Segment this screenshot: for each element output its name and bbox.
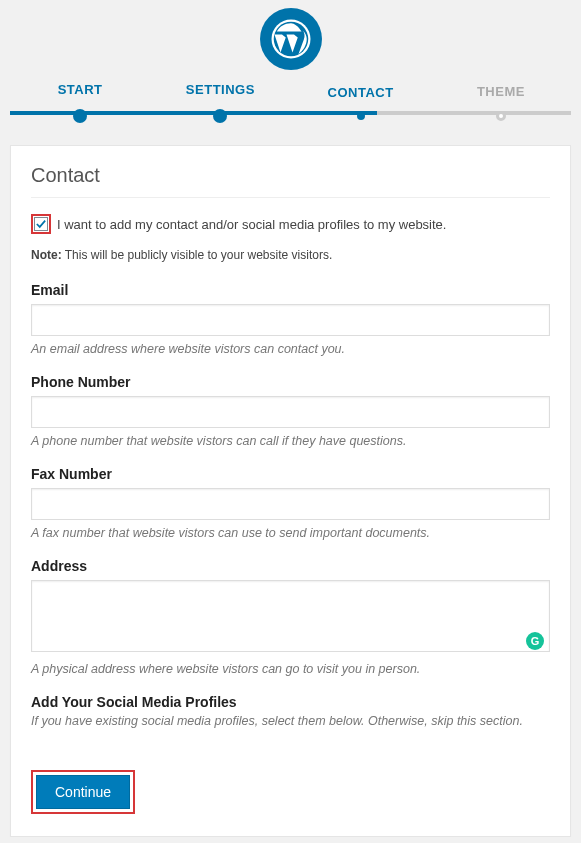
note-bold: Note: bbox=[31, 248, 62, 262]
address-help: A physical address where website vistors… bbox=[31, 662, 550, 676]
step-dot-icon bbox=[213, 109, 227, 123]
enable-contact-label: I want to add my contact and/or social m… bbox=[57, 217, 446, 232]
fax-help: A fax number that website vistors can us… bbox=[31, 526, 550, 540]
phone-help: A phone number that website vistors can … bbox=[31, 434, 550, 448]
highlight-box: Continue bbox=[31, 770, 135, 814]
note-text: This will be publicly visible to your we… bbox=[62, 248, 333, 262]
address-label: Address bbox=[31, 558, 550, 574]
enable-contact-row: I want to add my contact and/or social m… bbox=[31, 214, 550, 234]
email-help: An email address where website vistors c… bbox=[31, 342, 550, 356]
phone-label: Phone Number bbox=[31, 374, 550, 390]
email-field-group: Email An email address where website vis… bbox=[31, 282, 550, 356]
fax-label: Fax Number bbox=[31, 466, 550, 482]
fax-field-group: Fax Number A fax number that website vis… bbox=[31, 466, 550, 540]
social-sub: If you have existing social media profil… bbox=[31, 714, 550, 728]
step-dot-inactive-icon bbox=[496, 111, 506, 121]
step-label: CONTACT bbox=[291, 85, 431, 100]
enable-contact-checkbox[interactable] bbox=[34, 217, 48, 231]
step-label: THEME bbox=[431, 84, 571, 99]
step-settings[interactable]: SETTINGS bbox=[150, 82, 290, 123]
wizard-stepper: START SETTINGS CONTACT THEME bbox=[0, 82, 581, 145]
highlight-box bbox=[31, 214, 51, 234]
header-logo bbox=[0, 0, 581, 82]
social-title: Add Your Social Media Profiles bbox=[31, 694, 550, 710]
fax-input[interactable] bbox=[31, 488, 550, 520]
step-label: SETTINGS bbox=[150, 82, 290, 97]
step-start[interactable]: START bbox=[10, 82, 150, 123]
address-input[interactable] bbox=[31, 580, 550, 652]
email-label: Email bbox=[31, 282, 550, 298]
step-theme: THEME bbox=[431, 84, 571, 121]
step-contact[interactable]: CONTACT bbox=[291, 85, 431, 120]
grammarly-icon[interactable]: G bbox=[526, 632, 544, 650]
check-icon bbox=[36, 219, 46, 229]
wordpress-logo-icon bbox=[260, 8, 322, 70]
phone-input[interactable] bbox=[31, 396, 550, 428]
phone-field-group: Phone Number A phone number that website… bbox=[31, 374, 550, 448]
visibility-note: Note: This will be publicly visible to y… bbox=[31, 248, 550, 262]
email-input[interactable] bbox=[31, 304, 550, 336]
step-label: START bbox=[10, 82, 150, 97]
continue-button[interactable]: Continue bbox=[36, 775, 130, 809]
step-dot-icon bbox=[73, 109, 87, 123]
contact-card: Contact I want to add my contact and/or … bbox=[10, 145, 571, 837]
step-dot-current-icon bbox=[357, 112, 365, 120]
address-field-group: Address G A physical address where websi… bbox=[31, 558, 550, 676]
page-title: Contact bbox=[31, 164, 550, 198]
